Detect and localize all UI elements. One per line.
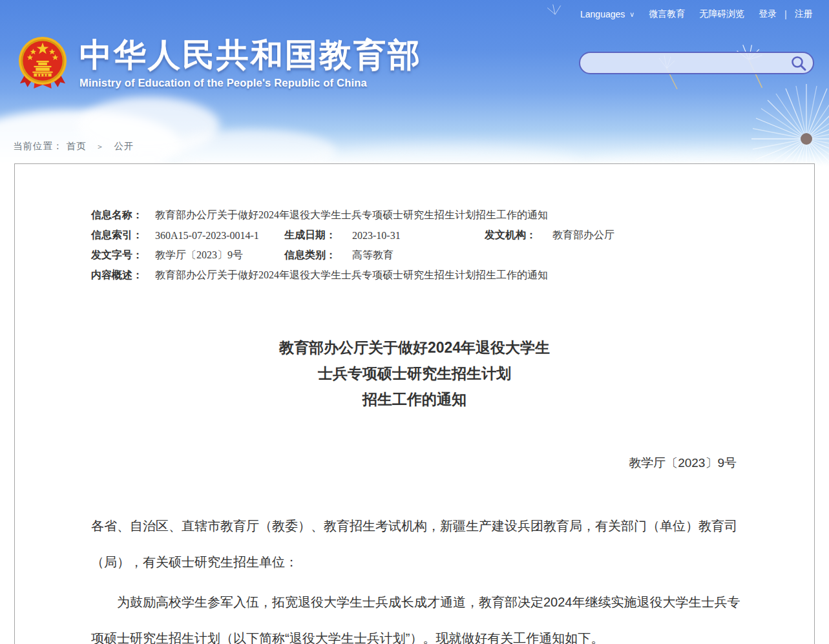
site-title-en: Ministry of Education of the People's Re… — [79, 77, 422, 89]
meta-row-summary: 内容概述： 教育部办公厅关于做好2024年退役大学生士兵专项硕士研究生招生计划招… — [91, 265, 814, 286]
document-meta-table: 信息名称： 教育部办公厅关于做好2024年退役大学生士兵专项硕士研究生招生计划招… — [91, 205, 814, 286]
meta-date-label: 生成日期： — [284, 229, 352, 242]
breadcrumb-home-link[interactable]: 首页 — [67, 141, 87, 151]
meta-agency-label: 发文机构： — [485, 229, 552, 242]
national-emblem-icon — [17, 36, 68, 91]
top-utility-nav: Languages ∨ 微言教育 无障碍浏览 登录 | 注册 — [580, 8, 813, 20]
breadcrumb-separator: ＞ — [96, 142, 105, 151]
chevron-down-icon: ∨ — [629, 10, 635, 19]
search-input[interactable] — [580, 53, 790, 73]
accessibility-link[interactable]: 无障碍浏览 — [699, 8, 744, 20]
login-link[interactable]: 登录 — [759, 8, 777, 20]
document-title: 教育部办公厅关于做好2024年退役大学生 士兵专项硕士研究生招生计划 招生工作的… — [15, 335, 814, 412]
weiyan-education-link[interactable]: 微言教育 — [649, 8, 685, 20]
site-logo[interactable]: 中华人民共和国教育部 Ministry of Education of the … — [17, 36, 422, 91]
meta-docno-value: 教学厅〔2023〕9号 — [155, 249, 284, 262]
document-paragraph: 各省、自治区、直辖市教育厅（教委）、教育招生考试机构，新疆生产建设兵团教育局，有… — [91, 508, 751, 580]
document-paragraph: 为鼓励高校学生参军入伍，拓宽退役大学生士兵成长成才通道，教育部决定2024年继续… — [91, 584, 751, 644]
document-panel: 信息名称： 教育部办公厅关于做好2024年退役大学生士兵专项硕士研究生招生计划招… — [14, 163, 815, 644]
dandelion-seed-icon — [536, 0, 575, 39]
document-number: 教学厅〔2023〕9号 — [15, 455, 814, 472]
breadcrumb-prefix: 当前位置： — [13, 141, 63, 151]
document-title-line3: 招生工作的通知 — [15, 386, 814, 412]
site-title-zh: 中华人民共和国教育部 — [79, 37, 422, 73]
meta-name-label: 信息名称： — [91, 209, 155, 222]
meta-date-value: 2023-10-31 — [352, 230, 485, 242]
meta-agency-value: 教育部办公厅 — [552, 229, 614, 242]
search-box — [579, 52, 814, 74]
meta-category-value: 高等教育 — [352, 249, 394, 262]
languages-dropdown[interactable]: Languages ∨ — [580, 9, 635, 19]
nav-divider: | — [784, 9, 787, 19]
document-title-line1: 教育部办公厅关于做好2024年退役大学生 — [15, 335, 814, 360]
breadcrumb-current-link[interactable]: 公开 — [114, 141, 134, 151]
search-icon[interactable] — [790, 55, 807, 72]
languages-label: Languages — [580, 9, 625, 19]
meta-name-value: 教育部办公厅关于做好2024年退役大学生士兵专项硕士研究生招生计划招生工作的通知 — [155, 209, 548, 222]
meta-index-label: 信息索引： — [91, 229, 155, 242]
meta-docno-label: 发文字号： — [91, 249, 155, 262]
meta-row-index: 信息索引： 360A15-07-2023-0014-1 生成日期： 2023-1… — [91, 225, 814, 245]
meta-row-name: 信息名称： 教育部办公厅关于做好2024年退役大学生士兵专项硕士研究生招生计划招… — [91, 205, 814, 225]
document-title-line2: 士兵专项硕士研究生招生计划 — [15, 360, 814, 386]
meta-summary-label: 内容概述： — [91, 269, 155, 282]
breadcrumb: 当前位置： 首页 ＞ 公开 — [13, 140, 134, 152]
meta-index-value: 360A15-07-2023-0014-1 — [155, 230, 284, 242]
meta-row-docno: 发文字号： 教学厅〔2023〕9号 信息类别： 高等教育 — [91, 245, 814, 265]
meta-summary-value: 教育部办公厅关于做好2024年退役大学生士兵专项硕士研究生招生计划招生工作的通知 — [155, 269, 548, 282]
document-body: 各省、自治区、直辖市教育厅（教委）、教育招生考试机构，新疆生产建设兵团教育局，有… — [91, 508, 751, 644]
meta-category-label: 信息类别： — [284, 249, 352, 262]
register-link[interactable]: 注册 — [795, 8, 813, 20]
